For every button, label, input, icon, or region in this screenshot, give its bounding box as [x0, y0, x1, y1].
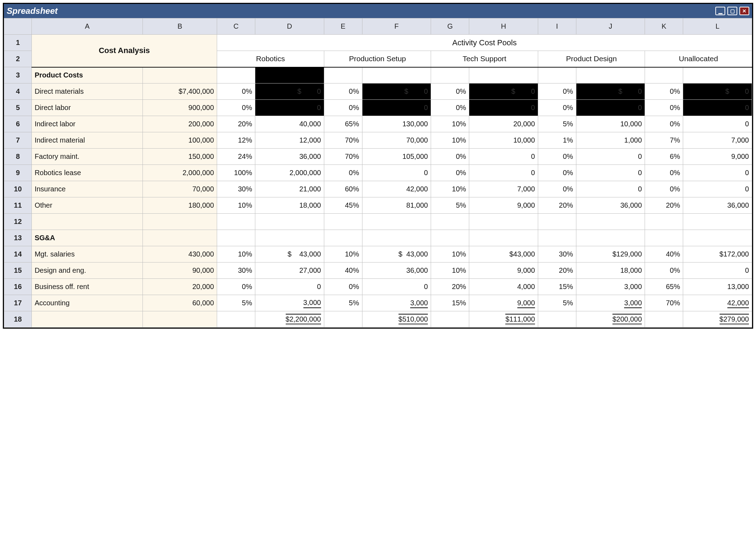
row-header-6[interactable]: 6 — [4, 116, 32, 132]
cell-L5[interactable]: 0 — [683, 100, 752, 116]
cell-I12[interactable] — [538, 214, 576, 230]
row-header-9[interactable]: 9 — [4, 165, 32, 181]
cell-K18[interactable] — [645, 311, 683, 328]
cell-A16[interactable]: Business off. rent — [31, 279, 143, 295]
cell-K6[interactable]: 0% — [645, 116, 683, 132]
cell-J4[interactable]: $ 0 — [576, 83, 645, 100]
cell-C18[interactable] — [217, 311, 255, 328]
cell-B6[interactable]: 200,000 — [143, 116, 217, 132]
cell-pool-unallocated[interactable]: Unallocated — [645, 51, 752, 67]
cell-K12[interactable] — [645, 214, 683, 230]
cell-C16[interactable]: 0% — [217, 279, 255, 295]
row-header-18[interactable]: 18 — [4, 311, 32, 328]
cell-I4[interactable]: 0% — [538, 83, 576, 100]
cell-F16[interactable]: 0 — [362, 279, 431, 295]
cell-K11[interactable]: 20% — [645, 197, 683, 214]
cell-G18[interactable] — [431, 311, 469, 328]
col-header-G[interactable]: G — [431, 18, 469, 35]
cell-K13[interactable] — [645, 230, 683, 246]
cell-A14[interactable]: Mgt. salaries — [31, 246, 143, 263]
cell-F12[interactable] — [362, 214, 431, 230]
cell-H7[interactable]: 10,000 — [469, 132, 538, 149]
cell-E6[interactable]: 65% — [324, 116, 362, 132]
cell-D6[interactable]: 40,000 — [255, 116, 324, 132]
cell-F6[interactable]: 130,000 — [362, 116, 431, 132]
cell-B8[interactable]: 150,000 — [143, 149, 217, 165]
cell-L12[interactable] — [683, 214, 752, 230]
cell-E9[interactable]: 0% — [324, 165, 362, 181]
cell-D18[interactable]: $2,200,000 — [255, 311, 324, 328]
cell-L14[interactable]: $172,000 — [683, 246, 752, 263]
cell-J10[interactable]: 0 — [576, 181, 645, 197]
cell-E15[interactable]: 40% — [324, 263, 362, 279]
cell-I3[interactable] — [538, 67, 576, 83]
cell-G9[interactable]: 0% — [431, 165, 469, 181]
cell-D9[interactable]: 2,000,000 — [255, 165, 324, 181]
cell-L9[interactable]: 0 — [683, 165, 752, 181]
col-header-A[interactable]: A — [31, 18, 143, 35]
row-header-1[interactable]: 1 — [4, 35, 32, 51]
cell-J6[interactable]: 10,000 — [576, 116, 645, 132]
cell-H8[interactable]: 0 — [469, 149, 538, 165]
cell-F9[interactable]: 0 — [362, 165, 431, 181]
cell-H9[interactable]: 0 — [469, 165, 538, 181]
cell-B10[interactable]: 70,000 — [143, 181, 217, 197]
cell-K4[interactable]: 0% — [645, 83, 683, 100]
cell-K10[interactable]: 0% — [645, 181, 683, 197]
cell-I6[interactable]: 5% — [538, 116, 576, 132]
row-header-3[interactable]: 3 — [4, 67, 32, 83]
cell-F14[interactable]: $ 43,000 — [362, 246, 431, 263]
cell-J11[interactable]: 36,000 — [576, 197, 645, 214]
cell-G3[interactable] — [431, 67, 469, 83]
cell-G16[interactable]: 20% — [431, 279, 469, 295]
cell-G17[interactable]: 15% — [431, 295, 469, 311]
cell-L8[interactable]: 9,000 — [683, 149, 752, 165]
cell-A9[interactable]: Robotics lease — [31, 165, 143, 181]
cell-F4[interactable]: $ 0 — [362, 83, 431, 100]
cell-A12[interactable] — [31, 214, 143, 230]
cell-B7[interactable]: 100,000 — [143, 132, 217, 149]
row-header-17[interactable]: 17 — [4, 295, 32, 311]
cell-H16[interactable]: 4,000 — [469, 279, 538, 295]
row-header-7[interactable]: 7 — [4, 132, 32, 149]
minimize-button[interactable]: ▁ — [715, 7, 725, 15]
cell-C11[interactable]: 10% — [217, 197, 255, 214]
cell-J13[interactable] — [576, 230, 645, 246]
cell-J5[interactable]: 0 — [576, 100, 645, 116]
cell-D11[interactable]: 18,000 — [255, 197, 324, 214]
cell-H4[interactable]: $ 0 — [469, 83, 538, 100]
cell-B13[interactable] — [143, 230, 217, 246]
cell-L13[interactable] — [683, 230, 752, 246]
cell-D14[interactable]: $ 43,000 — [255, 246, 324, 263]
cell-E5[interactable]: 0% — [324, 100, 362, 116]
cell-A17[interactable]: Accounting — [31, 295, 143, 311]
close-button[interactable]: ✕ — [739, 7, 749, 15]
cell-L16[interactable]: 13,000 — [683, 279, 752, 295]
cell-B16[interactable]: 20,000 — [143, 279, 217, 295]
cell-C7[interactable]: 12% — [217, 132, 255, 149]
cell-J14[interactable]: $129,000 — [576, 246, 645, 263]
cell-C8[interactable]: 24% — [217, 149, 255, 165]
cell-J8[interactable]: 0 — [576, 149, 645, 165]
cell-C5[interactable]: 0% — [217, 100, 255, 116]
cell-K7[interactable]: 7% — [645, 132, 683, 149]
cell-J15[interactable]: 18,000 — [576, 263, 645, 279]
cell-L4[interactable]: $ 0 — [683, 83, 752, 100]
cell-F8[interactable]: 105,000 — [362, 149, 431, 165]
cell-D7[interactable]: 12,000 — [255, 132, 324, 149]
cell-C9[interactable]: 100% — [217, 165, 255, 181]
cell-A11[interactable]: Other — [31, 197, 143, 214]
cell-G12[interactable] — [431, 214, 469, 230]
cell-A15[interactable]: Design and eng. — [31, 263, 143, 279]
cell-G5[interactable]: 0% — [431, 100, 469, 116]
col-header-J[interactable]: J — [576, 18, 645, 35]
cell-I16[interactable]: 15% — [538, 279, 576, 295]
cell-I14[interactable]: 30% — [538, 246, 576, 263]
cell-C10[interactable]: 30% — [217, 181, 255, 197]
col-header-H[interactable]: H — [469, 18, 538, 35]
cell-G10[interactable]: 10% — [431, 181, 469, 197]
cell-I7[interactable]: 1% — [538, 132, 576, 149]
col-header-K[interactable]: K — [645, 18, 683, 35]
cell-G8[interactable]: 0% — [431, 149, 469, 165]
cell-E16[interactable]: 0% — [324, 279, 362, 295]
